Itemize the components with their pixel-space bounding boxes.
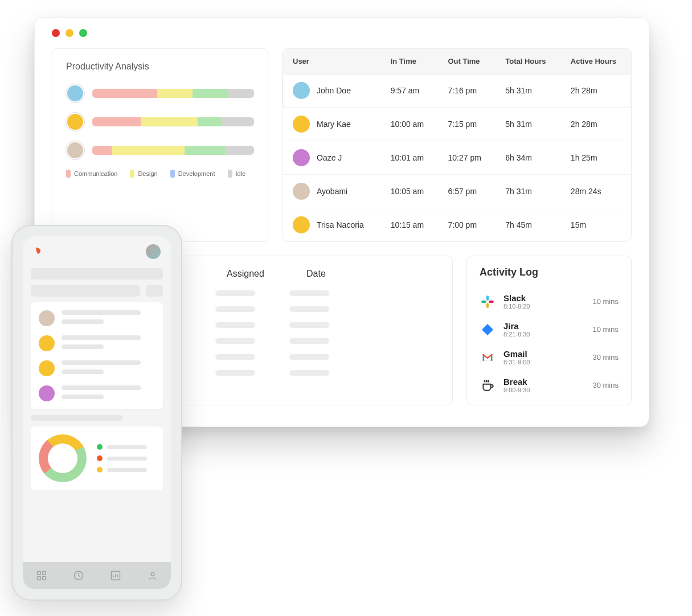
table-row[interactable]: Oaze J 10:01 am 10:27 pm 6h 34m 1h 25m bbox=[282, 141, 631, 175]
activity-item[interactable]: Gmail 8:31-9:00 30 mins bbox=[480, 343, 619, 371]
list-item[interactable] bbox=[39, 335, 155, 351]
avatar bbox=[293, 216, 310, 233]
out-time: 7:15 pm bbox=[437, 108, 495, 141]
activity-name: Jira bbox=[503, 321, 584, 331]
user-name: Ayobami bbox=[317, 187, 347, 196]
th-in: In Time bbox=[380, 49, 438, 74]
legend-label: Design bbox=[138, 170, 157, 177]
productivity-bar bbox=[92, 117, 254, 126]
chart-icon[interactable] bbox=[110, 570, 121, 581]
svg-point-10 bbox=[151, 573, 154, 576]
svg-rect-0 bbox=[486, 295, 489, 301]
active-hours: 28m 24s bbox=[560, 175, 631, 208]
break-icon bbox=[480, 377, 496, 393]
activity-range: 8:10-8:20 bbox=[503, 303, 584, 310]
table-row[interactable]: Trisa Nacoria 10:15 am 7:00 pm 7h 45m 15… bbox=[282, 208, 631, 242]
mobile-device bbox=[11, 225, 182, 601]
user-name: Mary Kae bbox=[317, 120, 351, 129]
productivity-title: Productivity Analysis bbox=[66, 61, 254, 72]
activity-range: 9:00-9:30 bbox=[503, 387, 584, 393]
user-icon[interactable] bbox=[147, 570, 158, 581]
table-row[interactable]: Mary Kae 10:00 am 7:15 pm 5h 31m 2h 28m bbox=[282, 108, 631, 141]
donut-chart bbox=[39, 434, 87, 482]
gmail-icon bbox=[480, 350, 496, 366]
in-time: 10:00 am bbox=[380, 108, 438, 141]
jira-icon bbox=[480, 322, 496, 338]
avatar bbox=[66, 84, 84, 102]
productivity-bar bbox=[92, 146, 254, 155]
avatar bbox=[293, 116, 310, 133]
activity-duration: 10 mins bbox=[592, 325, 619, 334]
active-hours: 15m bbox=[560, 208, 631, 242]
skeleton bbox=[31, 415, 123, 421]
skeleton bbox=[31, 268, 163, 280]
in-time: 10:15 am bbox=[380, 208, 438, 242]
time-table-card: User In Time Out Time Total Hours Active… bbox=[282, 48, 632, 242]
legend-label: Communication bbox=[74, 170, 117, 177]
in-time: 9:57 am bbox=[380, 74, 438, 108]
list-item[interactable] bbox=[39, 360, 155, 376]
productivity-row bbox=[66, 113, 254, 131]
svg-rect-6 bbox=[37, 577, 40, 580]
svg-rect-4 bbox=[37, 572, 40, 575]
th-out: Out Time bbox=[437, 49, 495, 74]
list-item[interactable] bbox=[39, 310, 155, 326]
avatar bbox=[293, 149, 310, 166]
productivity-row bbox=[66, 141, 254, 159]
th-active: Active Hours bbox=[560, 49, 631, 74]
svg-rect-7 bbox=[42, 577, 46, 580]
mobile-list-card bbox=[31, 302, 163, 409]
activity-name: Gmail bbox=[503, 349, 584, 359]
skeleton bbox=[146, 285, 163, 297]
th-date: Date bbox=[306, 269, 346, 279]
activity-range: 8:31-9:00 bbox=[503, 359, 584, 366]
activity-duration: 30 mins bbox=[592, 381, 619, 389]
productivity-row bbox=[66, 84, 254, 102]
svg-rect-3 bbox=[489, 300, 494, 302]
user-name: Oaze J bbox=[317, 153, 342, 162]
table-row[interactable]: Ayobami 10:05 am 6:57 pm 7h 31m 28m 24s bbox=[282, 175, 631, 208]
total-hours: 5h 31m bbox=[495, 108, 560, 141]
maximize-icon[interactable] bbox=[79, 29, 87, 37]
profile-avatar[interactable] bbox=[146, 244, 161, 259]
donut-legend bbox=[97, 444, 147, 473]
activity-log-title: Activity Log bbox=[480, 266, 619, 278]
active-hours: 2h 28m bbox=[560, 74, 631, 108]
th-total: Total Hours bbox=[495, 49, 560, 74]
legend-label: Idle bbox=[236, 170, 246, 177]
svg-rect-1 bbox=[481, 300, 486, 302]
close-icon[interactable] bbox=[52, 29, 60, 37]
activity-name: Break bbox=[503, 377, 584, 387]
avatar bbox=[66, 113, 84, 131]
out-time: 10:27 pm bbox=[437, 141, 495, 175]
clock-icon[interactable] bbox=[73, 570, 84, 581]
total-hours: 6h 34m bbox=[495, 141, 560, 175]
productivity-bar bbox=[92, 89, 254, 98]
active-hours: 1h 25m bbox=[560, 141, 631, 175]
activity-item[interactable]: Break 9:00-9:30 30 mins bbox=[480, 371, 619, 399]
avatar bbox=[39, 385, 55, 401]
list-item[interactable] bbox=[39, 385, 155, 401]
mobile-tabbar bbox=[23, 562, 171, 589]
mobile-chart-card bbox=[31, 426, 163, 490]
avatar bbox=[39, 310, 55, 326]
svg-rect-2 bbox=[486, 303, 489, 308]
legend-label: Development bbox=[178, 170, 215, 177]
total-hours: 7h 31m bbox=[495, 175, 560, 208]
grid-icon[interactable] bbox=[36, 570, 47, 581]
minimize-icon[interactable] bbox=[65, 29, 73, 37]
avatar bbox=[293, 183, 310, 200]
activity-item[interactable]: Slack 8:10-8:20 10 mins bbox=[480, 288, 619, 315]
productivity-legend: Communication Design Development Idle bbox=[66, 170, 254, 178]
activity-item[interactable]: Jira 8:21-8:30 10 mins bbox=[480, 315, 619, 343]
activity-log-card: Activity Log Slack 8:10-8:20 10 mins Jir… bbox=[466, 256, 632, 405]
table-row[interactable]: John Doe 9:57 am 7:16 pm 5h 31m 2h 28m bbox=[282, 74, 631, 108]
total-hours: 5h 31m bbox=[495, 74, 560, 108]
avatar bbox=[293, 82, 310, 99]
out-time: 7:00 pm bbox=[437, 208, 495, 242]
skeleton bbox=[31, 285, 140, 297]
in-time: 10:05 am bbox=[380, 175, 438, 208]
in-time: 10:01 am bbox=[380, 141, 438, 175]
avatar bbox=[39, 335, 55, 351]
out-time: 6:57 pm bbox=[437, 175, 495, 208]
